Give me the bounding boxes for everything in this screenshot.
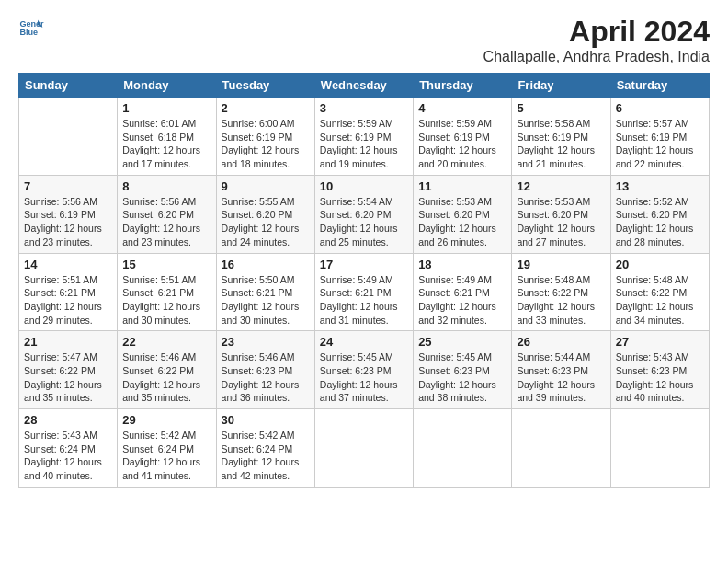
day-number: 18	[418, 258, 506, 271]
calendar-day-cell: 5Sunrise: 5:58 AM Sunset: 6:19 PM Daylig…	[512, 98, 610, 176]
weekday-header-cell: Sunday	[19, 74, 118, 98]
day-info: Sunrise: 6:00 AM Sunset: 6:19 PM Dayligh…	[222, 117, 310, 171]
day-number: 12	[517, 179, 605, 193]
calendar-day-cell: 20Sunrise: 5:48 AM Sunset: 6:22 PM Dayli…	[610, 253, 709, 331]
calendar-day-cell: 19Sunrise: 5:48 AM Sunset: 6:22 PM Dayli…	[512, 253, 610, 331]
calendar-week-row: 14Sunrise: 5:51 AM Sunset: 6:21 PM Dayli…	[19, 253, 710, 331]
day-info: Sunrise: 5:43 AM Sunset: 6:23 PM Dayligh…	[616, 350, 704, 405]
day-number: 19	[517, 258, 605, 271]
day-number: 11	[418, 179, 506, 193]
calendar-day-cell: 29Sunrise: 5:42 AM Sunset: 6:24 PM Dayli…	[118, 409, 216, 488]
day-info: Sunrise: 5:59 AM Sunset: 6:19 PM Dayligh…	[418, 117, 506, 171]
month-title: April 2024	[483, 15, 710, 49]
calendar-week-row: 7Sunrise: 5:56 AM Sunset: 6:19 PM Daylig…	[19, 175, 710, 253]
day-number: 7	[24, 179, 112, 193]
day-number: 5	[517, 101, 605, 115]
calendar-day-cell: 27Sunrise: 5:43 AM Sunset: 6:23 PM Dayli…	[610, 331, 709, 409]
calendar-day-cell: 8Sunrise: 5:56 AM Sunset: 6:20 PM Daylig…	[118, 175, 216, 253]
calendar-day-cell: 25Sunrise: 5:45 AM Sunset: 6:23 PM Dayli…	[414, 331, 512, 409]
day-info: Sunrise: 5:49 AM Sunset: 6:21 PM Dayligh…	[418, 273, 506, 327]
svg-text:General: General	[19, 19, 44, 29]
svg-text:Blue: Blue	[19, 28, 38, 37]
header: General Blue April 2024 Challapalle, And…	[18, 15, 710, 65]
calendar-day-cell	[610, 409, 709, 488]
day-info: Sunrise: 5:50 AM Sunset: 6:21 PM Dayligh…	[222, 273, 310, 327]
calendar-week-row: 28Sunrise: 5:43 AM Sunset: 6:24 PM Dayli…	[19, 409, 710, 488]
calendar-day-cell: 17Sunrise: 5:49 AM Sunset: 6:21 PM Dayli…	[314, 253, 413, 331]
day-info: Sunrise: 5:51 AM Sunset: 6:21 PM Dayligh…	[122, 273, 210, 327]
calendar-table: SundayMondayTuesdayWednesdayThursdayFrid…	[18, 73, 710, 488]
weekday-header-cell: Saturday	[610, 74, 709, 98]
calendar-day-cell: 6Sunrise: 5:57 AM Sunset: 6:19 PM Daylig…	[610, 98, 709, 176]
weekday-header-cell: Wednesday	[314, 74, 413, 98]
calendar-day-cell: 2Sunrise: 6:00 AM Sunset: 6:19 PM Daylig…	[216, 98, 314, 176]
day-number: 13	[616, 179, 704, 193]
calendar-day-cell: 7Sunrise: 5:56 AM Sunset: 6:19 PM Daylig…	[19, 175, 118, 253]
day-info: Sunrise: 5:57 AM Sunset: 6:19 PM Dayligh…	[616, 117, 704, 171]
calendar-day-cell: 30Sunrise: 5:42 AM Sunset: 6:24 PM Dayli…	[216, 409, 314, 488]
day-number: 23	[222, 335, 310, 349]
day-info: Sunrise: 5:42 AM Sunset: 6:24 PM Dayligh…	[122, 429, 210, 483]
day-info: Sunrise: 5:46 AM Sunset: 6:22 PM Dayligh…	[122, 350, 210, 405]
day-number: 4	[418, 101, 506, 115]
day-info: Sunrise: 5:45 AM Sunset: 6:23 PM Dayligh…	[418, 350, 506, 405]
day-info: Sunrise: 5:58 AM Sunset: 6:19 PM Dayligh…	[517, 117, 605, 171]
day-number: 10	[320, 179, 408, 193]
day-info: Sunrise: 5:44 AM Sunset: 6:23 PM Dayligh…	[517, 350, 605, 405]
day-number: 29	[122, 413, 210, 427]
day-number: 22	[122, 335, 210, 349]
day-info: Sunrise: 5:55 AM Sunset: 6:20 PM Dayligh…	[222, 195, 310, 249]
day-info: Sunrise: 5:59 AM Sunset: 6:19 PM Dayligh…	[320, 117, 408, 171]
day-number: 9	[222, 179, 310, 193]
calendar-day-cell: 9Sunrise: 5:55 AM Sunset: 6:20 PM Daylig…	[216, 175, 314, 253]
weekday-header-cell: Thursday	[414, 74, 512, 98]
day-info: Sunrise: 5:53 AM Sunset: 6:20 PM Dayligh…	[418, 195, 506, 249]
day-number: 30	[222, 413, 310, 427]
calendar-day-cell: 28Sunrise: 5:43 AM Sunset: 6:24 PM Dayli…	[19, 409, 118, 488]
day-info: Sunrise: 5:51 AM Sunset: 6:21 PM Dayligh…	[24, 273, 112, 327]
calendar-day-cell: 4Sunrise: 5:59 AM Sunset: 6:19 PM Daylig…	[414, 98, 512, 176]
day-info: Sunrise: 5:48 AM Sunset: 6:22 PM Dayligh…	[517, 273, 605, 327]
weekday-header-row: SundayMondayTuesdayWednesdayThursdayFrid…	[19, 74, 710, 98]
calendar-day-cell: 18Sunrise: 5:49 AM Sunset: 6:21 PM Dayli…	[414, 253, 512, 331]
day-number: 26	[517, 335, 605, 349]
day-number: 17	[320, 258, 408, 271]
day-number: 2	[222, 101, 310, 115]
day-number: 25	[418, 335, 506, 349]
calendar-week-row: 1Sunrise: 6:01 AM Sunset: 6:18 PM Daylig…	[19, 98, 710, 176]
day-info: Sunrise: 5:45 AM Sunset: 6:23 PM Dayligh…	[320, 350, 408, 405]
day-number: 14	[24, 258, 112, 271]
location-title: Challapalle, Andhra Pradesh, India	[483, 49, 710, 65]
calendar-day-cell: 26Sunrise: 5:44 AM Sunset: 6:23 PM Dayli…	[512, 331, 610, 409]
calendar-day-cell: 11Sunrise: 5:53 AM Sunset: 6:20 PM Dayli…	[414, 175, 512, 253]
calendar-day-cell: 23Sunrise: 5:46 AM Sunset: 6:23 PM Dayli…	[216, 331, 314, 409]
calendar-day-cell	[414, 409, 512, 488]
day-number: 15	[122, 258, 210, 271]
weekday-header-cell: Friday	[512, 74, 610, 98]
day-info: Sunrise: 5:49 AM Sunset: 6:21 PM Dayligh…	[320, 273, 408, 327]
calendar-day-cell: 15Sunrise: 5:51 AM Sunset: 6:21 PM Dayli…	[118, 253, 216, 331]
day-number: 24	[320, 335, 408, 349]
day-number: 21	[24, 335, 112, 349]
day-number: 3	[320, 101, 408, 115]
calendar-day-cell: 12Sunrise: 5:53 AM Sunset: 6:20 PM Dayli…	[512, 175, 610, 253]
calendar-body: 1Sunrise: 6:01 AM Sunset: 6:18 PM Daylig…	[19, 98, 710, 488]
calendar-day-cell: 1Sunrise: 6:01 AM Sunset: 6:18 PM Daylig…	[118, 98, 216, 176]
calendar-day-cell: 3Sunrise: 5:59 AM Sunset: 6:19 PM Daylig…	[314, 98, 413, 176]
calendar-day-cell: 13Sunrise: 5:52 AM Sunset: 6:20 PM Dayli…	[610, 175, 709, 253]
day-number: 1	[122, 101, 210, 115]
logo: General Blue	[18, 15, 44, 40]
calendar-day-cell: 24Sunrise: 5:45 AM Sunset: 6:23 PM Dayli…	[314, 331, 413, 409]
day-number: 28	[24, 413, 112, 427]
day-info: Sunrise: 5:46 AM Sunset: 6:23 PM Dayligh…	[222, 350, 310, 405]
day-info: Sunrise: 5:43 AM Sunset: 6:24 PM Dayligh…	[24, 429, 112, 483]
calendar-day-cell	[19, 98, 118, 176]
day-info: Sunrise: 5:56 AM Sunset: 6:19 PM Dayligh…	[24, 195, 112, 249]
day-number: 6	[616, 101, 704, 115]
day-info: Sunrise: 5:56 AM Sunset: 6:20 PM Dayligh…	[122, 195, 210, 249]
day-number: 8	[122, 179, 210, 193]
calendar-day-cell	[512, 409, 610, 488]
day-number: 16	[222, 258, 310, 271]
day-info: Sunrise: 5:47 AM Sunset: 6:22 PM Dayligh…	[24, 350, 112, 405]
day-info: Sunrise: 5:48 AM Sunset: 6:22 PM Dayligh…	[616, 273, 704, 327]
